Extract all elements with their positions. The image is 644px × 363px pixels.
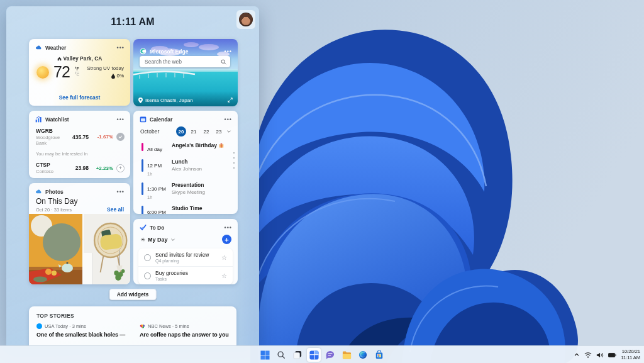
- add-widgets-button[interactable]: Add widgets: [109, 289, 157, 300]
- edge-logo-icon: [358, 350, 367, 359]
- add-stock-icon[interactable]: +: [116, 164, 125, 172]
- task-list-name: Q4 planning: [155, 259, 217, 263]
- stock-row-wgrb[interactable]: WGRB Woodgrove Bank 435.75 -1.67%: [29, 128, 130, 146]
- microsoft-store-button[interactable]: [372, 348, 386, 362]
- event-subtitle: Alex Johnson: [172, 166, 202, 172]
- edge-search-box[interactable]: [140, 56, 230, 67]
- raindrop-icon: [111, 74, 115, 79]
- tray-time: 11:11 AM: [621, 355, 640, 361]
- widgets-button[interactable]: [307, 348, 321, 362]
- photo-thumbnail-still-life[interactable]: [29, 214, 82, 284]
- stock-row-ctsp[interactable]: CTSP Contoso 23.98 +2.23% +: [29, 162, 130, 174]
- edge-browser-button[interactable]: [356, 348, 370, 362]
- search-icon: [221, 59, 226, 65]
- story-usa-today[interactable]: USA Today · 3 mins One of the smallest b…: [36, 323, 126, 338]
- calendar-month: October: [140, 128, 174, 135]
- weather-widget: Weather ••• Valley Park, CA 72 °F °C Str…: [29, 39, 130, 106]
- star-icon[interactable]: ☆: [221, 254, 227, 261]
- calendar-day-20[interactable]: 20: [176, 126, 186, 137]
- weather-temperature: 72: [53, 63, 70, 81]
- weather-cloud-icon: [35, 44, 42, 51]
- calendar-scrollbar[interactable]: [233, 152, 235, 169]
- search-icon: [277, 350, 286, 359]
- event-color-bar: [142, 206, 143, 214]
- search-button[interactable]: [274, 348, 288, 362]
- taskbar: 10/20/21 11:11 AM: [0, 345, 644, 363]
- add-task-button[interactable]: +: [222, 235, 231, 244]
- calendar-title: Calendar: [150, 116, 221, 123]
- profile-avatar[interactable]: [236, 10, 255, 29]
- unit-fahrenheit[interactable]: °F: [75, 67, 79, 72]
- nbc-news-logo: [140, 323, 145, 329]
- speaker-icon: [596, 352, 604, 359]
- stock-change: -1.67%: [92, 134, 113, 140]
- chat-icon: [326, 350, 335, 359]
- event-color-bar: [142, 143, 143, 151]
- story-nbc-news[interactable]: NBC News · 5 mins Are coffee naps the an…: [140, 323, 229, 338]
- photos-more-options-icon[interactable]: •••: [117, 191, 125, 193]
- top-stories-heading: TOP STORIES: [29, 306, 236, 319]
- stock-price: 23.98: [75, 165, 89, 171]
- calendar-event-presentation[interactable]: 1:30 PM1h PresentationSkype Meeting: [133, 182, 238, 200]
- calendar-day-21[interactable]: 21: [189, 126, 199, 137]
- task-row-send-invites[interactable]: Send invites for review Q4 planning ☆: [138, 249, 233, 266]
- my-day-sun-icon: ☀: [140, 237, 145, 243]
- task-checkbox[interactable]: [144, 254, 151, 261]
- calendar-widget: Calendar ••• October 20 21 22 23 All day…: [133, 111, 238, 214]
- calendar-day-23[interactable]: 23: [214, 126, 224, 137]
- stock-change: +2.23%: [92, 165, 113, 171]
- edge-logo-icon: [140, 48, 147, 55]
- calendar-day-22[interactable]: 22: [201, 126, 211, 137]
- calendar-more-options-icon[interactable]: •••: [225, 118, 232, 121]
- weather-location-row[interactable]: Valley Park, CA: [29, 55, 130, 62]
- unit-celsius[interactable]: °C: [75, 72, 79, 77]
- todo-more-options-icon[interactable]: •••: [225, 226, 232, 229]
- battery-tray-button[interactable]: [608, 352, 616, 358]
- task-view-button[interactable]: [291, 348, 304, 362]
- event-title: Studio Time: [172, 205, 206, 211]
- event-subtitle: Skype Meeting: [172, 189, 205, 195]
- chat-button[interactable]: [323, 348, 337, 362]
- task-checkbox[interactable]: [144, 272, 151, 279]
- photo-thumbnail-chair[interactable]: [84, 214, 130, 284]
- file-explorer-button[interactable]: [340, 348, 353, 362]
- expand-icon[interactable]: [228, 98, 233, 103]
- watchlist-more-options-icon[interactable]: •••: [117, 118, 125, 121]
- weather-location: Valley Park, CA: [64, 55, 103, 62]
- task-view-icon: [293, 350, 302, 359]
- edge-more-options-icon[interactable]: •••: [225, 50, 232, 53]
- see-full-forecast-link[interactable]: See full forecast: [29, 94, 130, 106]
- watchlist-title: Watchlist: [45, 116, 114, 123]
- chevron-down-icon[interactable]: [226, 129, 231, 134]
- volume-tray-button[interactable]: [596, 352, 604, 359]
- todo-widget: To Do ••• ☀ My Day + Send invites for re…: [133, 219, 238, 284]
- chevron-down-icon[interactable]: [170, 237, 175, 242]
- gift-icon: [219, 143, 224, 148]
- show-hidden-icons-button[interactable]: [574, 352, 580, 358]
- todo-check-icon: [140, 224, 147, 231]
- top-stories-card: TOP STORIES USA Today · 3 mins One of th…: [29, 306, 236, 345]
- see-all-link[interactable]: See all: [107, 206, 124, 213]
- weather-more-options-icon[interactable]: •••: [117, 47, 125, 49]
- calendar-event-studio-time[interactable]: 6:00 PM3h Studio TimeConf Rm 32/35: [133, 205, 238, 214]
- photos-icon: [35, 188, 42, 195]
- search-input[interactable]: [145, 59, 221, 65]
- story-headline: Are coffee naps the answer to your: [140, 332, 229, 338]
- photos-widget: Photos ••• On This Day Oct 20 · 33 items…: [29, 183, 130, 284]
- windows-logo-icon: [260, 350, 270, 360]
- todo-list-selector[interactable]: My Day: [148, 237, 168, 243]
- edge-photo-caption: Ikema Ohashi, Japan: [145, 98, 225, 103]
- stock-ticker: WGRB: [36, 128, 69, 134]
- todo-title: To Do: [150, 225, 221, 231]
- star-icon[interactable]: ☆: [221, 272, 227, 279]
- edge-widget: Microsoft Edge ••• Ikema Ohashi, Japan: [133, 39, 238, 106]
- store-icon: [375, 350, 384, 359]
- calendar-event-birthday[interactable]: All day Angela's Birthday: [133, 142, 238, 154]
- calendar-event-lunch[interactable]: 12 PM1h LunchAlex Johnson: [133, 159, 238, 177]
- tray-clock[interactable]: 10/20/21 11:11 AM: [621, 349, 640, 361]
- stock-added-check-icon[interactable]: [116, 133, 125, 141]
- wifi-tray-button[interactable]: [584, 352, 592, 359]
- start-button[interactable]: [258, 348, 272, 362]
- unit-toggle[interactable]: °F °C: [75, 67, 79, 77]
- task-row-buy-groceries[interactable]: Buy groceries Tasks ☆: [138, 266, 233, 284]
